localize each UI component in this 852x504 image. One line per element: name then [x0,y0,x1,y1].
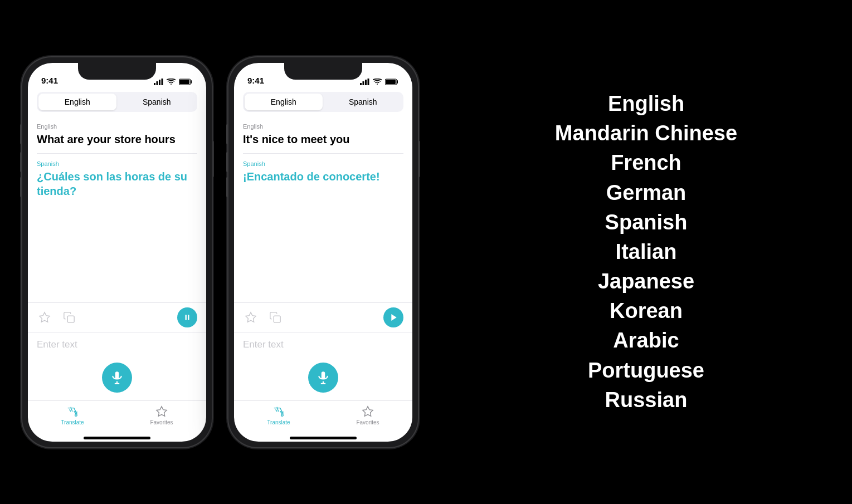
home-indicator-1 [84,437,150,439]
svg-rect-10 [115,371,119,379]
play-button-2[interactable] [383,307,403,327]
copy-button-1[interactable] [61,310,77,325]
status-icons-1 [154,79,193,85]
favorites-icon-1 [155,405,168,418]
svg-rect-1 [157,81,158,85]
phone-1: 9:41 [22,57,212,447]
translation-area-2: English It's nice to meet you Spanish ¡E… [234,116,412,302]
svg-point-13 [75,414,77,416]
favorite-button-2[interactable] [243,310,259,325]
svg-marker-28 [363,406,373,415]
tab-favorites-2[interactable]: Favorites [323,405,412,425]
svg-rect-24 [322,371,325,379]
target-text-2: ¡Encantado de conocerte! [243,169,403,184]
tab-bar-1: Translate Favorites [28,400,206,437]
tab-english-1[interactable]: English [38,94,116,110]
lang-item-english: English [608,89,684,119]
status-icons-2 [360,79,399,85]
tab-spanish-2[interactable]: Spanish [324,94,402,110]
svg-rect-9 [188,315,189,320]
lang-item-arabic: Arabic [613,326,679,355]
tab-favorites-1[interactable]: Favorites [117,405,206,425]
favorites-icon-2 [362,405,374,418]
svg-marker-21 [246,312,256,321]
copy-button-2[interactable] [267,310,283,325]
action-icons-left-1 [37,310,177,325]
favorite-button-1[interactable] [37,310,52,325]
lang-item-portuguese: Portuguese [588,356,704,385]
svg-marker-6 [40,312,50,321]
target-text-1: ¿Cuáles son las horas de su tienda? [37,169,197,198]
tab-translate-2[interactable]: Translate [234,405,323,425]
lang-item-russian: Russian [605,385,688,415]
lang-item-italian: Italian [616,237,677,267]
action-bar-1 [28,302,206,332]
translation-area-1: English What are your store hours Spanis… [28,116,206,302]
input-placeholder-1: Enter text [37,339,77,350]
svg-rect-16 [363,81,364,85]
battery-icon-1 [179,79,193,85]
wifi-icon-2 [373,79,382,85]
translate-icon-2 [272,405,285,418]
lang-tabs-1: English Spanish [37,92,197,112]
status-time-2: 9:41 [247,76,264,85]
pause-button-1[interactable] [177,307,197,327]
input-area-1[interactable]: Enter text [28,332,206,357]
lang-item-korean: Korean [610,296,683,326]
mic-button-1[interactable] [102,363,132,393]
tab-translate-1[interactable]: Translate [28,405,117,425]
tab-favorites-label-2: Favorites [356,419,379,425]
lang-item-german: German [606,178,687,208]
svg-rect-8 [186,315,187,320]
tab-translate-label-2: Translate [267,419,290,425]
mic-container-1 [28,357,206,400]
tab-english-2[interactable]: English [245,94,323,110]
status-time-1: 9:41 [41,76,58,85]
signal-icon-2 [360,79,369,85]
svg-rect-3 [162,79,163,85]
input-area-2[interactable]: Enter text [234,332,412,357]
tab-bar-2: Translate Favorites [234,400,412,437]
svg-rect-0 [154,83,155,85]
svg-rect-22 [274,316,280,322]
source-lang-label-1: English [37,123,197,130]
notch-2 [284,63,362,80]
target-lang-label-1: Spanish [37,160,197,167]
battery-icon-2 [385,79,399,85]
target-section-2: Spanish ¡Encantado de conocerte! [243,154,403,296]
action-icons-left-2 [243,310,383,325]
lang-item-spanish: Spanish [605,208,688,237]
svg-rect-17 [365,80,367,85]
svg-marker-14 [157,406,167,415]
translate-icon-1 [66,405,79,418]
mic-button-2[interactable] [308,363,338,393]
source-section-2: English It's nice to meet you [243,123,403,154]
svg-rect-5 [179,80,189,84]
lang-item-mandarin: Mandarin Chinese [555,119,737,148]
svg-rect-7 [67,316,74,322]
source-lang-label-2: English [243,123,403,130]
svg-rect-18 [368,79,369,85]
phone-2-screen: 9:41 [234,63,412,442]
action-bar-2 [234,302,412,332]
phone-2: 9:41 [228,57,418,447]
home-indicator-2 [290,437,357,439]
tab-translate-label-1: Translate [61,419,84,425]
source-text-2: It's nice to meet you [243,132,403,146]
phone-1-screen: 9:41 [28,63,206,442]
target-lang-label-2: Spanish [243,160,403,167]
lang-item-french: French [611,148,681,178]
input-placeholder-2: Enter text [243,339,284,350]
target-section-1: Spanish ¿Cuáles son las horas de su tien… [37,154,197,296]
tab-spanish-1[interactable]: Spanish [118,94,196,110]
tab-favorites-label-1: Favorites [150,419,173,425]
lang-tabs-2: English Spanish [243,92,403,112]
lang-item-japanese: Japanese [598,267,694,296]
svg-rect-20 [386,80,396,84]
svg-rect-2 [159,80,160,85]
svg-point-27 [281,414,284,416]
svg-marker-23 [391,314,396,321]
notch-1 [78,63,156,80]
wifi-icon-1 [167,79,176,85]
mic-container-2 [234,357,412,400]
